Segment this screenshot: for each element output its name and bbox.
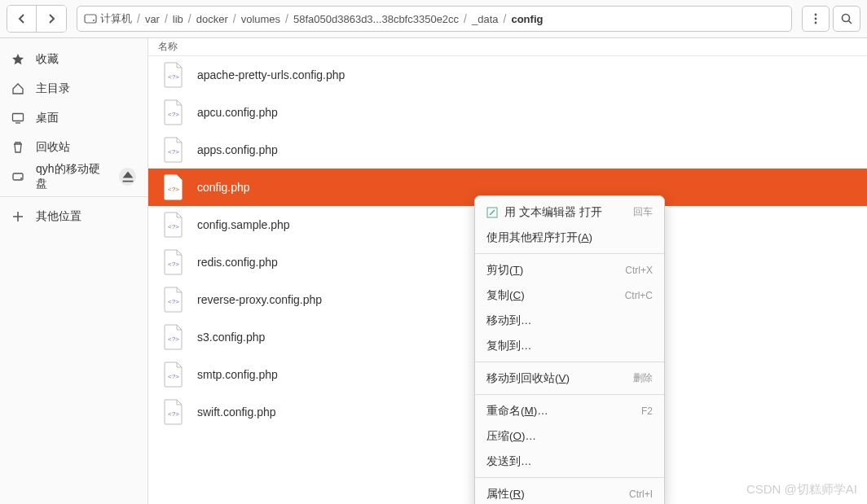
file-row[interactable]: <?> apache-pretty-urls.config.php <box>148 56 867 94</box>
menu-copy[interactable]: 复制(C) Ctrl+C <box>475 283 664 308</box>
svg-text:<?>: <?> <box>168 298 179 305</box>
menu-properties[interactable]: 属性(R) Ctrl+I <box>475 481 664 504</box>
search-button[interactable] <box>833 6 860 32</box>
drive-icon <box>11 170 24 183</box>
php-file-icon: <?> <box>163 399 184 425</box>
menu-send-to[interactable]: 发送到… <box>475 449 664 474</box>
toolbar: 计算机 / var / lib / docker / volumes / 58f… <box>0 0 867 38</box>
file-name: apache-pretty-urls.config.php <box>197 68 345 81</box>
svg-point-10 <box>20 177 22 179</box>
file-name: config.sample.php <box>197 218 290 231</box>
svg-text:<?>: <?> <box>168 373 179 380</box>
svg-point-3 <box>815 18 817 20</box>
sidebar-item-label: 收藏 <box>36 52 59 67</box>
svg-text:<?>: <?> <box>168 335 179 343</box>
plus-icon <box>11 210 24 223</box>
disk-icon <box>84 12 97 25</box>
file-name: reverse-proxy.config.php <box>197 293 322 306</box>
breadcrumb-hash[interactable]: 58fa050d3863d3...38cbfc3350e2cc <box>293 13 459 25</box>
file-name: s3.config.php <box>197 331 265 344</box>
context-menu: 用 文本编辑器 打开 回车 使用其他程序打开(A) 剪切(T) Ctrl+X 复… <box>474 195 665 504</box>
sidebar-item-label: 主目录 <box>36 81 70 96</box>
menu-button[interactable] <box>802 6 830 32</box>
edit-icon <box>486 207 498 218</box>
breadcrumb-computer[interactable]: 计算机 <box>100 11 132 26</box>
sidebar-separator <box>0 196 147 197</box>
sidebar-item-trash[interactable]: 回收站 <box>0 133 147 162</box>
menu-open-editor[interactable]: 用 文本编辑器 打开 回车 <box>475 199 664 225</box>
breadcrumb-var[interactable]: var <box>145 13 160 25</box>
svg-text:<?>: <?> <box>168 223 179 230</box>
sidebar-item-label: 其他位置 <box>36 209 81 224</box>
svg-text:<?>: <?> <box>168 148 179 156</box>
home-icon <box>11 82 24 95</box>
php-file-icon: <?> <box>163 212 184 238</box>
sidebar-item-other[interactable]: 其他位置 <box>0 202 147 231</box>
column-header[interactable]: 名称 <box>148 38 867 56</box>
breadcrumb[interactable]: 计算机 / var / lib / docker / volumes / 58f… <box>77 6 792 32</box>
svg-point-2 <box>815 14 817 16</box>
svg-line-6 <box>849 21 852 24</box>
trash-icon <box>11 141 24 154</box>
file-row[interactable]: <?> apps.config.php <box>148 131 867 169</box>
column-name: 名称 <box>158 40 178 54</box>
breadcrumb-volumes[interactable]: volumes <box>241 13 280 25</box>
file-name: apps.config.php <box>197 143 278 156</box>
sidebar-item-favorites[interactable]: 收藏 <box>0 45 147 74</box>
svg-point-1 <box>93 20 95 21</box>
svg-rect-0 <box>85 15 96 23</box>
file-name: swift.config.php <box>197 405 276 419</box>
file-row[interactable]: <?> apcu.config.php <box>148 94 867 131</box>
sidebar-item-home[interactable]: 主目录 <box>0 74 147 103</box>
php-file-icon: <?> <box>163 62 184 88</box>
php-file-icon: <?> <box>163 362 184 388</box>
php-file-icon: <?> <box>163 99 184 125</box>
svg-text:<?>: <?> <box>168 73 179 81</box>
breadcrumb-data[interactable]: _data <box>472 13 499 25</box>
back-button[interactable] <box>7 6 37 32</box>
php-file-icon: <?> <box>163 287 184 313</box>
php-file-icon: <?> <box>163 249 184 275</box>
breadcrumb-config[interactable]: config <box>511 13 543 25</box>
menu-rename[interactable]: 重命名(M)… F2 <box>475 398 664 423</box>
menu-cut[interactable]: 剪切(T) Ctrl+X <box>475 257 664 283</box>
main: 收藏 主目录 桌面 回收站 qyh的移动硬盘 其他位置 名称 <box>0 38 867 504</box>
sidebar-item-label: 回收站 <box>36 140 70 155</box>
svg-text:<?>: <?> <box>168 111 179 118</box>
eject-button[interactable] <box>119 168 136 186</box>
star-icon <box>11 53 24 66</box>
sidebar-item-label: qyh的移动硬盘 <box>36 162 108 191</box>
menu-trash[interactable]: 移动到回收站(V) 删除 <box>475 366 664 391</box>
menu-separator <box>475 477 664 478</box>
nav-buttons <box>7 5 67 33</box>
svg-text:<?>: <?> <box>168 261 179 268</box>
sidebar-item-desktop[interactable]: 桌面 <box>0 103 147 133</box>
sidebar-item-removable[interactable]: qyh的移动硬盘 <box>0 162 147 191</box>
menu-separator <box>475 253 664 254</box>
breadcrumb-docker[interactable]: docker <box>196 13 228 25</box>
desktop-icon <box>11 112 24 125</box>
php-file-icon: <?> <box>163 174 184 200</box>
menu-compress[interactable]: 压缩(O)… <box>475 423 664 449</box>
sidebar-item-label: 桌面 <box>36 111 59 125</box>
breadcrumb-lib[interactable]: lib <box>173 13 183 25</box>
menu-move-to[interactable]: 移动到… <box>475 308 664 333</box>
menu-copy-to[interactable]: 复制到… <box>475 333 664 358</box>
file-name: redis.config.php <box>197 256 278 269</box>
forward-button[interactable] <box>37 6 66 32</box>
svg-text:<?>: <?> <box>168 410 179 418</box>
svg-point-5 <box>843 15 850 22</box>
sidebar: 收藏 主目录 桌面 回收站 qyh的移动硬盘 其他位置 <box>0 38 148 504</box>
menu-separator <box>475 394 664 395</box>
menu-separator <box>475 362 664 362</box>
svg-point-4 <box>815 22 817 24</box>
file-name: config.php <box>197 181 250 194</box>
file-name: smtp.config.php <box>197 368 278 381</box>
svg-text:<?>: <?> <box>168 186 179 193</box>
svg-rect-7 <box>13 114 24 121</box>
file-name: apcu.config.php <box>197 106 278 119</box>
php-file-icon: <?> <box>163 137 184 163</box>
php-file-icon: <?> <box>163 324 184 350</box>
menu-open-other[interactable]: 使用其他程序打开(A) <box>475 225 664 250</box>
